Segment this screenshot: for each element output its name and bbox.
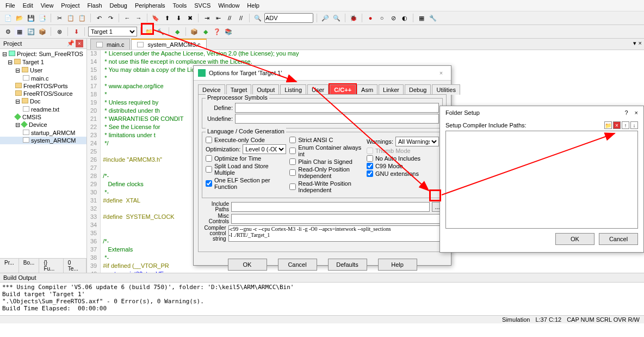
options-tab-device[interactable]: Device	[198, 84, 225, 95]
menu-file[interactable]: File	[5, 2, 15, 9]
enum-container-check[interactable]	[289, 148, 296, 154]
dock-tab-2[interactable]: {} Fu...	[39, 259, 63, 273]
open-icon[interactable]: 📂	[15, 13, 24, 23]
folder-ok-button[interactable]: OK	[555, 233, 595, 245]
dock-tab-3[interactable]: 0 Te...	[64, 259, 86, 273]
bookmark-prev-icon[interactable]: ⬆	[162, 13, 172, 23]
undefine-input[interactable]	[235, 114, 439, 124]
save-icon[interactable]: 💾	[26, 13, 36, 23]
options-ok-button[interactable]: OK	[228, 259, 267, 271]
tab-main-c[interactable]: main.c	[90, 39, 130, 50]
menu-svcs[interactable]: SVCS	[194, 2, 210, 9]
gnu-check[interactable]	[367, 170, 373, 177]
options-cancel-button[interactable]: Cancel	[278, 259, 317, 271]
menu-project[interactable]: Project	[61, 2, 79, 9]
tab-system-armcm3[interactable]: system_ARMCM3.c	[131, 39, 206, 50]
options-tab-cc[interactable]: C/C++	[330, 84, 356, 95]
options-tab-user[interactable]: User	[307, 84, 329, 95]
menu-help[interactable]: Help	[247, 2, 259, 9]
pane-close-icon[interactable]: ×	[76, 40, 83, 47]
plain-char-check[interactable]	[289, 158, 296, 165]
options-tab-linker[interactable]: Linker	[379, 84, 404, 95]
misc-controls-input[interactable]	[231, 214, 443, 224]
tree-device[interactable]: ⊟ Device	[0, 121, 86, 129]
options-tab-output[interactable]: Output	[252, 84, 279, 95]
find-input[interactable]	[264, 13, 313, 23]
tree-group-source[interactable]: FreeRTOS/Source	[0, 90, 86, 97]
options-tab-target[interactable]: Target	[226, 84, 252, 95]
comment-icon[interactable]: //	[225, 13, 234, 23]
books-icon[interactable]: 📚	[224, 27, 233, 36]
options-close-button[interactable]: ×	[436, 70, 447, 76]
tree-cmsis[interactable]: CMSIS	[0, 113, 86, 121]
no-auto-check[interactable]	[367, 155, 373, 162]
folder-cancel-button[interactable]: Cancel	[599, 233, 638, 245]
pack-installer-icon[interactable]: 📦	[189, 27, 199, 36]
define-input[interactable]	[235, 103, 439, 113]
options-help-button[interactable]: Help	[378, 259, 417, 271]
redo-icon[interactable]: ↷	[106, 13, 115, 23]
uncomment-icon[interactable]: //	[236, 13, 246, 23]
find-icon[interactable]: 🔍	[253, 13, 263, 23]
folder-help-icon[interactable]: ?	[624, 109, 628, 116]
debug-icon[interactable]: 🐞	[349, 13, 358, 23]
menu-debug[interactable]: Debug	[110, 2, 127, 9]
build-icon[interactable]: ▦	[15, 27, 24, 36]
editor-dropdown-icon[interactable]: ▾	[633, 40, 636, 47]
rebuild-icon[interactable]: 🔄	[26, 27, 36, 36]
one-elf-check[interactable]	[206, 180, 212, 187]
breakpoint-icon[interactable]: ●	[366, 13, 375, 23]
optimization-select[interactable]: Level 0 (-O0)	[243, 144, 286, 154]
new-file-icon[interactable]: 📄	[3, 13, 13, 23]
menu-view[interactable]: View	[41, 2, 54, 9]
strict-ansi-check[interactable]	[289, 137, 296, 143]
options-defaults-button[interactable]: Defaults	[328, 259, 367, 271]
tree-group-user[interactable]: ⊟ User	[0, 66, 86, 75]
config-icon[interactable]: 🔧	[428, 13, 438, 23]
file-ext-icon[interactable]: 📁	[144, 27, 154, 36]
folder-up-icon[interactable]: ↑	[622, 121, 629, 129]
rw-pos-check[interactable]	[289, 183, 296, 190]
tree-project-root[interactable]: ⊟ Project: Sum_FreeRTOS	[0, 50, 86, 58]
folder-close-icon[interactable]: ×	[635, 109, 638, 116]
breakpoint-disable-icon[interactable]: ○	[377, 13, 387, 23]
paste-icon[interactable]: 📋	[77, 13, 87, 23]
save-all-icon[interactable]: 📑	[38, 13, 47, 23]
tree-group-doc[interactable]: ⊟ Doc	[0, 97, 86, 106]
options-tab-utilities[interactable]: Utilities	[432, 84, 460, 95]
tree-file-system[interactable]: system_ARMCM	[0, 137, 86, 144]
editor-close-icon[interactable]: ×	[639, 40, 642, 47]
find-in-files-icon[interactable]: 🔎	[320, 13, 330, 23]
tree-target[interactable]: ⊟ Target 1	[0, 58, 86, 66]
warnings-select[interactable]: All Warnings	[395, 137, 439, 146]
indent-icon[interactable]: ⇥	[202, 13, 212, 23]
options-tab-debug[interactable]: Debug	[405, 84, 431, 95]
menu-edit[interactable]: Edit	[23, 2, 33, 9]
batch-build-icon[interactable]: 📦	[38, 27, 47, 36]
options-tab-asm[interactable]: Asm	[357, 84, 377, 95]
ro-pos-check[interactable]	[289, 169, 296, 176]
breakpoint-kill-icon[interactable]: ⊘	[388, 13, 398, 23]
build-target-icon[interactable]: ⚙	[3, 27, 13, 36]
menu-peripherals[interactable]: Peripherals	[135, 2, 165, 9]
include-path-list[interactable]	[445, 131, 638, 229]
include-paths-input[interactable]	[231, 202, 430, 212]
split-load-check[interactable]	[206, 166, 212, 173]
download-icon[interactable]: ⬇	[71, 27, 81, 36]
folder-delete-icon[interactable]: ×	[613, 121, 621, 129]
options-icon[interactable]: 🔨	[156, 27, 165, 36]
dock-tab-0[interactable]: Pr...	[0, 259, 19, 273]
tree-file-startup[interactable]: startup_ARMCM	[0, 129, 86, 137]
cut-icon[interactable]: ✂	[54, 13, 64, 23]
nav-fwd-icon[interactable]: →	[134, 13, 144, 23]
pane-pin-icon[interactable]: 📌	[67, 40, 75, 47]
help-icon[interactable]: ❓	[212, 27, 222, 36]
tree-file-readme[interactable]: readme.txt	[0, 106, 86, 113]
bookmark-clear-icon[interactable]: ✖	[185, 13, 195, 23]
breakpoint-enable-icon[interactable]: ◐	[400, 13, 410, 23]
dock-tab-1[interactable]: Bo...	[19, 259, 40, 273]
options-tab-listing[interactable]: Listing	[280, 84, 306, 95]
folder-down-icon[interactable]: ↓	[630, 121, 638, 129]
tree-file-main[interactable]: main.c	[0, 75, 86, 82]
undo-icon[interactable]: ↶	[94, 13, 104, 23]
